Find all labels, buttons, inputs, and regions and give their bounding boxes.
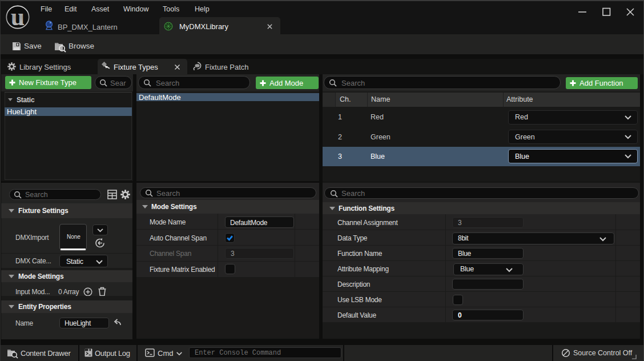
svg-text:u: u: [11, 5, 25, 30]
